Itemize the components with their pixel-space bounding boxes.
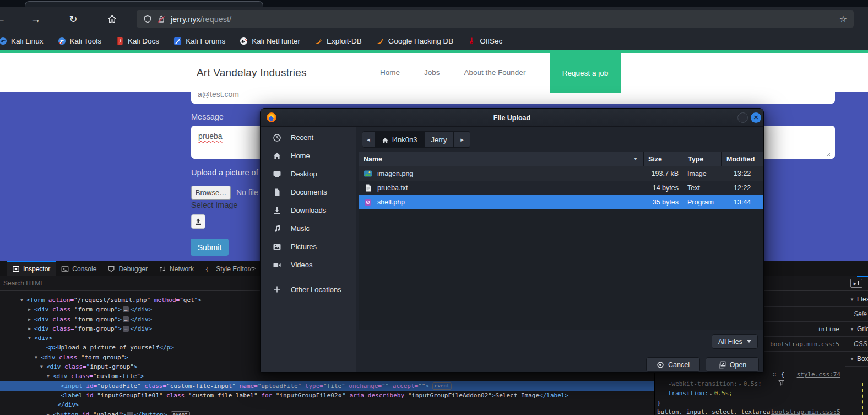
- twisty-icon[interactable]: ▸: [739, 382, 742, 387]
- sidebar-item-pictures[interactable]: Pictures: [261, 238, 356, 256]
- column-size[interactable]: Size: [643, 152, 683, 166]
- twisty-icon[interactable]: ▼: [40, 362, 46, 371]
- back-button[interactable]: ←: [0, 7, 9, 32]
- layout-section-flex[interactable]: ▼Flex: [845, 292, 868, 307]
- filter-icon[interactable]: [778, 380, 784, 389]
- sidebar-item-documents[interactable]: Documents: [261, 183, 356, 201]
- sidebar-toggle-icon[interactable]: ▶: [850, 279, 862, 288]
- stylesheet-link[interactable]: bootstrap.min.css:5: [770, 341, 839, 348]
- bookmark-exploit-db[interactable]: Exploit-DB: [314, 37, 362, 45]
- sidebar-item-other-locations[interactable]: Other Locations: [261, 279, 356, 299]
- twisty-icon[interactable]: ▶: [28, 315, 34, 324]
- house-icon: [382, 136, 389, 143]
- shield-icon[interactable]: [143, 15, 152, 24]
- twisty-icon[interactable]: ▶: [28, 324, 34, 333]
- tab-network[interactable]: Network: [153, 261, 199, 276]
- collapsed-content-icon[interactable]: …: [123, 306, 129, 312]
- submit-button[interactable]: Submit: [191, 239, 229, 256]
- chevron-down-icon[interactable]: ▼: [850, 357, 854, 362]
- markup-tag: <div: [34, 306, 49, 313]
- markup-row[interactable]: </div>: [0, 400, 654, 409]
- chevron-down-icon[interactable]: ▼: [850, 327, 854, 332]
- request-a-job-button[interactable]: Request a job: [550, 53, 621, 93]
- markup-row[interactable]: <label id="inputGroupFile01" class="cust…: [0, 391, 654, 400]
- breadcrumb-l4nk0n3[interactable]: l4nk0n3: [375, 131, 425, 148]
- bookmark-kali-nethunter[interactable]: Kali NetHunter: [240, 37, 300, 45]
- layout-section-box[interactable]: ▼Box: [845, 352, 868, 367]
- column-name[interactable]: Name▼: [359, 152, 643, 166]
- stylesheet-link[interactable]: style.css:74: [797, 370, 840, 380]
- sidebar-item-videos[interactable]: Videos: [261, 256, 356, 274]
- browse-button[interactable]: Browse…: [191, 186, 231, 200]
- sidebar-item-label: Desktop: [291, 170, 317, 178]
- collapsed-content-icon[interactable]: …: [127, 412, 133, 415]
- bookmark-star-icon[interactable]: ☆: [839, 14, 847, 24]
- path-back-button[interactable]: ◂: [362, 131, 375, 148]
- sidebar-item-home[interactable]: Home: [261, 147, 356, 165]
- css-property[interactable]: -webkit-transition:▸0.5s;: [655, 380, 845, 390]
- twisty-icon[interactable]: ▶: [28, 305, 34, 314]
- file-row-shell-php[interactable]: shell.php35 bytesProgram13:44: [359, 195, 763, 209]
- sidebar-item-recent[interactable]: Recent: [261, 128, 356, 147]
- tab-inspector[interactable]: Inspector: [7, 261, 56, 276]
- bookmark-kali-linux[interactable]: Kali Linux: [0, 37, 44, 45]
- file-list: Name▼ Size Type Modified imagen.png193.7…: [359, 152, 763, 330]
- tab-style-editor[interactable]: { }Style Editor: [199, 261, 255, 276]
- sidebar-item-desktop[interactable]: Desktop: [261, 165, 356, 183]
- close-icon[interactable]: ✕: [751, 112, 761, 123]
- column-type[interactable]: Type: [683, 152, 721, 166]
- broken-lock-icon[interactable]: [157, 15, 166, 24]
- bookmark-google-hacking-db[interactable]: Google Hacking DB: [376, 37, 454, 45]
- bookmark-kali-forums[interactable]: Kali Forums: [173, 37, 225, 45]
- nav-link-jobs[interactable]: Jobs: [424, 68, 440, 77]
- gear-icon[interactable]: ⚙: [338, 392, 341, 398]
- twisty-icon[interactable]: ▸: [710, 391, 713, 396]
- home-button[interactable]: [104, 7, 120, 32]
- cancel-button[interactable]: Cancel: [646, 357, 700, 372]
- layout-section-grid[interactable]: ▼Grid: [845, 322, 868, 337]
- nav-link-about-the-founder[interactable]: About the Founder: [464, 68, 526, 77]
- twisty-icon[interactable]: ▼: [35, 353, 41, 362]
- bookmark-kali-docs[interactable]: Kali Docs: [116, 37, 159, 45]
- select-image-label[interactable]: Select Image: [191, 201, 238, 209]
- markup-val: "inputGroupFileAddon02": [408, 392, 492, 399]
- file-row-prueba-txt[interactable]: prueba.txt14 bytesText12:22: [359, 181, 763, 195]
- twisty-icon[interactable]: ▼: [20, 295, 26, 305]
- bookmark-offsec[interactable]: OffSec: [468, 37, 502, 45]
- tab-debugger[interactable]: Debugger: [102, 261, 153, 276]
- markup-row[interactable]: <input id="uploadFile" class="custom-fil…: [0, 381, 654, 391]
- css-property[interactable]: transition:▸0.5s;: [655, 389, 845, 399]
- resize-grip[interactable]: [826, 149, 833, 157]
- layout-section-sele[interactable]: Sele: [845, 307, 868, 322]
- layout-section-css[interactable]: CSS: [845, 337, 868, 352]
- event-badge[interactable]: event: [432, 382, 452, 390]
- file-row-imagen-png[interactable]: imagen.png193.7 kBImage13:22: [359, 166, 763, 181]
- tab-console[interactable]: Console: [56, 261, 102, 276]
- markup-row[interactable]: ▼<div class="custom-file">: [0, 371, 654, 381]
- file-filter-dropdown[interactable]: All Files: [712, 334, 758, 349]
- window-menu-button[interactable]: [737, 112, 748, 123]
- twisty-icon[interactable]: ▼: [28, 333, 34, 343]
- reload-button[interactable]: ↻: [65, 7, 82, 32]
- upload-icon-button[interactable]: [191, 214, 205, 229]
- url-bar[interactable]: jerry.nyx/request/ ☆: [137, 10, 854, 28]
- breadcrumb-jerry[interactable]: Jerry: [425, 131, 454, 148]
- twisty-icon[interactable]: ▼: [47, 371, 53, 381]
- nav-link-home[interactable]: Home: [380, 68, 400, 77]
- forward-button[interactable]: →: [28, 7, 44, 32]
- bookmark-kali-tools[interactable]: Kali Tools: [58, 37, 102, 45]
- site-brand[interactable]: Art Vandelay Industries: [197, 53, 307, 92]
- performance-gauge-icon[interactable]: [249, 265, 257, 273]
- event-badge[interactable]: event: [171, 411, 190, 415]
- open-button[interactable]: Open: [706, 357, 759, 372]
- path-forward-button[interactable]: ▸: [454, 131, 470, 148]
- collapsed-content-icon[interactable]: …: [123, 316, 129, 322]
- twisty-icon[interactable]: ▶: [47, 410, 53, 415]
- chevron-down-icon[interactable]: ▼: [850, 297, 854, 302]
- collapsed-content-icon[interactable]: …: [123, 326, 129, 332]
- sidebar-item-downloads[interactable]: Downloads: [261, 201, 356, 219]
- stylesheet-link[interactable]: bootstrap.min.css:5: [771, 408, 840, 415]
- sidebar-item-music[interactable]: Music: [261, 219, 356, 238]
- column-modified[interactable]: Modified: [721, 152, 763, 166]
- markup-row[interactable]: ▶<button id="upload">…</button>event: [0, 410, 654, 415]
